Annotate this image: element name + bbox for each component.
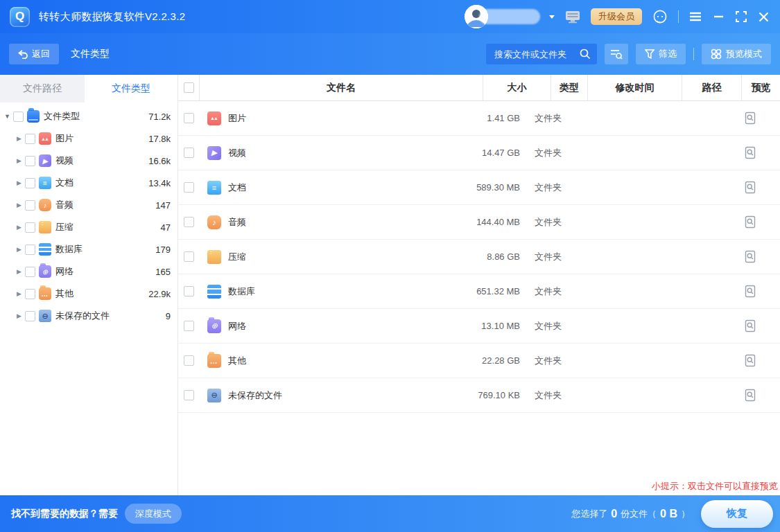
tree-checkbox[interactable] [25, 267, 35, 277]
tree-item[interactable]: ▶ ▲▲ 图片 17.8k [0, 127, 177, 150]
preview-mode-button[interactable]: 预览模式 [702, 44, 771, 64]
row-name-cell: ▶ 视频 [199, 146, 462, 160]
row-name-cell: ≡ 文档 [199, 181, 462, 195]
recover-button[interactable]: 恢复 [701, 500, 773, 528]
icon-glyph: ⊕ [42, 268, 48, 276]
tree-item[interactable]: ▶ ♪ 音频 147 [0, 194, 177, 216]
preview-button[interactable] [745, 250, 756, 263]
tree-expand-arrow[interactable]: ▶ [15, 268, 24, 275]
tree-item[interactable]: ▶ ▶ 视频 16.6k [0, 150, 177, 172]
row-file-icon: ⊖ [207, 389, 221, 402]
preview-button[interactable] [745, 285, 756, 298]
row-name-cell: ∶ 压缩 [199, 250, 462, 264]
table-row[interactable]: ♪ 音频 144.40 MB 文件夹 [178, 205, 780, 240]
minimize-button[interactable] [712, 10, 725, 23]
tree-item[interactable]: ▶ 数据库 179 [0, 238, 177, 260]
tree-icon: … [39, 287, 51, 300]
table-row[interactable]: ⊕ 网络 13.10 MB 文件夹 [178, 309, 780, 344]
tree-expand-arrow[interactable]: ▶ [15, 224, 24, 231]
preview-button[interactable] [745, 319, 756, 332]
chevron-down-icon[interactable] [549, 15, 555, 19]
header-preview[interactable]: 预览 [741, 75, 780, 100]
header-modified[interactable]: 修改时间 [587, 75, 682, 100]
menu-button[interactable] [688, 10, 703, 23]
row-file-icon: ≡ [207, 181, 221, 195]
close-button[interactable] [757, 10, 770, 24]
table-row[interactable]: ≡ 文档 589.30 MB 文件夹 [178, 170, 780, 205]
table-row[interactable]: 数据库 651.32 MB 文件夹 [178, 274, 780, 309]
row-preview-cell [720, 354, 780, 367]
table-row[interactable]: ∶ 压缩 8.86 GB 文件夹 [178, 240, 780, 274]
row-name-cell: … 其他 [199, 354, 462, 368]
row-checkbox[interactable] [184, 286, 194, 296]
row-checkbox[interactable] [184, 321, 194, 331]
tree-item[interactable]: ▶ ∶ 压缩 47 [0, 216, 177, 238]
row-type: 文件夹 [530, 181, 566, 194]
table-row[interactable]: ▲▲ 图片 1.41 GB 文件夹 [178, 101, 780, 136]
tree-checkbox[interactable] [25, 245, 35, 255]
icon-glyph: ▶ [42, 157, 48, 165]
tree-label: 其他 [55, 287, 73, 300]
upgrade-member-button[interactable]: 升级会员 [591, 8, 642, 25]
table-row[interactable]: ▶ 视频 14.47 GB 文件夹 [178, 136, 780, 170]
preview-button[interactable] [745, 146, 756, 159]
row-filename: 视频 [228, 147, 246, 159]
tree-item[interactable]: ▶ ⊕ 网络 165 [0, 260, 177, 283]
tree-checkbox[interactable] [25, 311, 35, 321]
tree-expand-arrow[interactable]: ▼ [3, 113, 12, 120]
row-file-icon: ∶ [207, 250, 221, 264]
tree-expand-arrow[interactable]: ▶ [15, 135, 24, 142]
row-checkbox[interactable] [184, 355, 194, 366]
maximize-button[interactable] [734, 10, 748, 24]
tree-checkbox[interactable] [25, 289, 35, 299]
tree-checkbox[interactable] [25, 222, 35, 233]
tree-checkbox[interactable] [25, 134, 35, 144]
tree-expand-arrow[interactable]: ▶ [15, 290, 24, 297]
preview-button[interactable] [745, 389, 756, 402]
select-all-checkbox[interactable] [184, 82, 194, 93]
tree-count: 9 [166, 311, 171, 321]
tree-checkbox[interactable] [25, 200, 35, 211]
table-row[interactable]: … 其他 22.28 GB 文件夹 [178, 344, 780, 378]
tree-item[interactable]: ▶ … 其他 22.9k [0, 283, 177, 305]
row-checkbox[interactable] [184, 113, 194, 123]
row-checkbox[interactable] [184, 390, 194, 400]
header-path[interactable]: 路径 [682, 75, 741, 100]
tree-expand-arrow[interactable]: ▶ [15, 157, 24, 164]
preview-button[interactable] [745, 112, 756, 125]
tree-item[interactable]: ▶ ⊖ 未保存的文件 9 [0, 305, 177, 327]
header-filename[interactable]: 文件名 [199, 75, 483, 100]
tree-expand-arrow[interactable]: ▶ [15, 179, 24, 186]
row-checkbox[interactable] [184, 148, 194, 158]
back-button[interactable]: 返回 [9, 44, 59, 64]
row-preview-cell [720, 181, 780, 194]
tab-file-type[interactable]: 文件类型 [85, 75, 177, 103]
header-type[interactable]: 类型 [551, 75, 587, 100]
tree-expand-arrow[interactable]: ▶ [15, 312, 24, 319]
row-checkbox[interactable] [184, 182, 194, 193]
tree-item[interactable]: ▶ ≡ 文档 13.4k [0, 172, 177, 194]
preview-button[interactable] [745, 181, 756, 194]
tree-checkbox[interactable] [25, 156, 35, 166]
search-icon[interactable] [580, 48, 591, 60]
tree-expand-arrow[interactable]: ▶ [15, 202, 24, 209]
tree-checkbox[interactable] [13, 112, 24, 122]
deep-scan-prompt: 找不到需要的数据？需要 [11, 508, 118, 520]
row-checkbox-cell [178, 148, 199, 158]
preview-button[interactable] [745, 215, 756, 229]
filter-button[interactable]: 筛选 [636, 44, 686, 64]
row-file-icon: ⊕ [207, 319, 221, 333]
deep-mode-button[interactable]: 深度模式 [125, 504, 182, 524]
tab-file-path[interactable]: 文件路径 [0, 75, 85, 103]
advanced-search-button[interactable] [605, 44, 628, 64]
tree-checkbox[interactable] [25, 178, 35, 188]
preview-button[interactable] [745, 354, 756, 367]
tree-item[interactable]: ▼ 文件类型 71.2k [0, 105, 177, 127]
customer-service-icon[interactable] [651, 8, 669, 26]
table-row[interactable]: ⊖ 未保存的文件 769.10 KB 文件夹 [178, 378, 780, 413]
row-checkbox[interactable] [184, 251, 194, 262]
tree-expand-arrow[interactable]: ▶ [15, 246, 24, 253]
header-size[interactable]: 大小 [483, 75, 551, 100]
display-icon[interactable] [564, 9, 582, 25]
row-checkbox[interactable] [184, 217, 194, 227]
